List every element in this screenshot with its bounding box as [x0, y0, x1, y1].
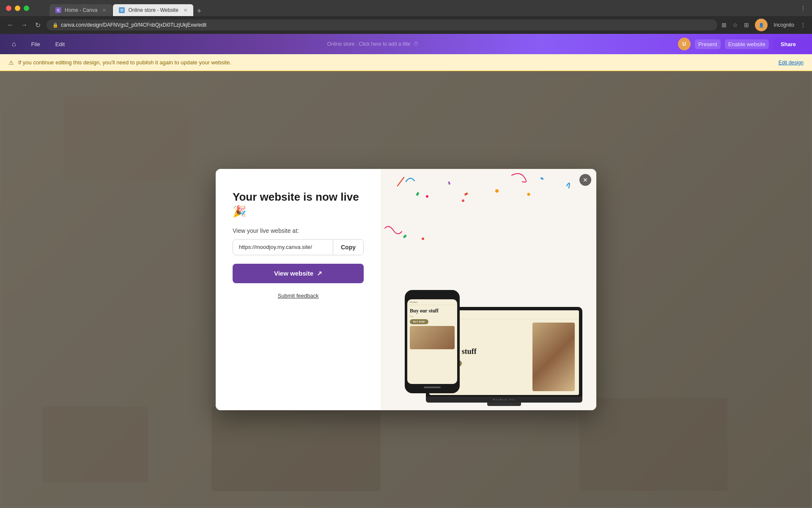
- warning-icon: ⚠: [8, 59, 14, 66]
- svg-point-10: [422, 237, 424, 240]
- phone-shop-button: BUY NOW: [410, 319, 428, 324]
- svg-rect-6: [540, 177, 544, 180]
- browser-tab-website[interactable]: O Online store - Website ✕: [113, 4, 193, 16]
- toolbar-center: Online store · Click here to add a title…: [77, 41, 669, 47]
- toolbar-home[interactable]: ⌂: [8, 39, 19, 50]
- traffic-light-maximize[interactable]: [24, 6, 29, 11]
- phone-home-indicator: [424, 387, 441, 388]
- svg-rect-9: [403, 235, 407, 238]
- devices-container: Moodjoy Buy our stuff SHOP NOW: [426, 307, 582, 406]
- canva-favicon: C: [55, 7, 61, 13]
- edit-design-button[interactable]: Edit design: [779, 60, 804, 66]
- warning-message: If you continue editing this design, you…: [18, 59, 774, 66]
- svg-line-0: [398, 177, 404, 186]
- submit-feedback-link[interactable]: Submit feedback: [233, 293, 364, 299]
- close-icon: ✕: [583, 177, 588, 183]
- phone-mockup: Moodjoy Buy our stuff Price BUY NOW: [405, 290, 460, 393]
- forward-button[interactable]: →: [19, 21, 29, 29]
- browser-extensions-icon[interactable]: ⊞: [744, 22, 749, 28]
- modal-overlay: ✕ Your website is now live 🎉 View your l…: [0, 71, 812, 508]
- svg-point-2: [462, 199, 464, 202]
- incognito-label: 👤: [759, 23, 764, 28]
- bookmark-icon[interactable]: ☆: [732, 22, 738, 28]
- share-button[interactable]: Share: [773, 39, 804, 50]
- toolbar-right: U Present Enable website Share: [678, 38, 804, 50]
- phone-screen: Moodjoy Buy our stuff Price BUY NOW: [407, 299, 457, 384]
- user-avatar[interactable]: U: [678, 38, 691, 50]
- tab-label-home: Home - Canva: [65, 7, 97, 13]
- tab-close-home[interactable]: ✕: [102, 8, 106, 13]
- svg-point-7: [426, 195, 428, 198]
- phone-notch: [424, 294, 441, 298]
- address-bar: ← → ↻ 🔒 canva.com/design/DAFNVgs2_p0/f4C…: [0, 16, 812, 34]
- toolbar-clock-icon: ⏱: [414, 41, 419, 47]
- url-text: canva.com/design/DAFNVgs2_p0/f4CFnbQjxDi…: [61, 22, 206, 28]
- laptop-product-image: [532, 323, 575, 391]
- phone-nav-brand: Moodjoy: [407, 299, 457, 305]
- cast-icon[interactable]: ⊠: [721, 22, 727, 28]
- modal-close-button[interactable]: ✕: [579, 174, 591, 186]
- external-link-icon: ↗: [317, 270, 322, 277]
- refresh-button[interactable]: ↻: [33, 21, 42, 29]
- phone-product-image: [410, 326, 455, 349]
- svg-point-8: [527, 193, 530, 196]
- tab-close-website[interactable]: ✕: [184, 8, 187, 13]
- svg-rect-3: [416, 192, 419, 196]
- url-row: Copy: [233, 239, 364, 255]
- modal-subtitle: View your live website at:: [233, 227, 364, 234]
- browser-tab-home[interactable]: C Home - Canva ✕: [49, 4, 112, 16]
- main-content: ✕ Your website is now live 🎉 View your l…: [0, 71, 812, 508]
- tab-label-website: Online store - Website: [128, 7, 178, 13]
- modal-left-panel: Your website is now live 🎉 View your liv…: [216, 169, 381, 410]
- incognito-text: Incognito: [774, 22, 794, 28]
- browser-menu[interactable]: ⋮: [800, 5, 806, 11]
- traffic-light-minimize[interactable]: [15, 6, 20, 11]
- modal-right-panel: Moodjoy Buy our stuff SHOP NOW: [381, 169, 596, 410]
- view-website-label: View website: [274, 270, 313, 277]
- laptop-base: MacBook Pro: [426, 397, 582, 403]
- new-tab-button[interactable]: +: [194, 6, 204, 16]
- website-favicon: O: [119, 7, 125, 13]
- svg-rect-4: [448, 181, 450, 185]
- traffic-light-close[interactable]: [6, 6, 11, 11]
- confetti-decoration: [381, 169, 596, 254]
- phone-screen-content: Buy our stuff Price BUY NOW: [407, 305, 457, 352]
- website-url-input[interactable]: [233, 240, 333, 254]
- warning-bar: ⚠ If you continue editing this design, y…: [0, 54, 812, 71]
- browser-titlebar: C Home - Canva ✕ O Online store - Websit…: [0, 0, 812, 16]
- svg-point-1: [495, 189, 499, 193]
- browser-profile-avatar[interactable]: 👤: [755, 19, 768, 31]
- toolbar-file[interactable]: File: [28, 39, 44, 49]
- phone-outer: Moodjoy Buy our stuff Price BUY NOW: [405, 290, 460, 393]
- copy-url-button[interactable]: Copy: [333, 240, 363, 255]
- modal-title: Your website is now live 🎉: [233, 190, 364, 219]
- phone-price: Price: [410, 315, 455, 318]
- toolbar-edit[interactable]: Edit: [52, 39, 68, 49]
- laptop-model-label: MacBook Pro: [493, 398, 515, 401]
- present-button[interactable]: Present: [695, 39, 721, 49]
- url-bar[interactable]: 🔒 canva.com/design/DAFNVgs2_p0/f4CFnbQjx…: [47, 19, 717, 30]
- toolbar-center-text: Online store · Click here to add a title: [327, 41, 411, 47]
- browser-more-button[interactable]: ⋮: [800, 22, 806, 28]
- laptop-stand: [487, 403, 521, 406]
- view-website-button[interactable]: View website ↗: [233, 264, 364, 283]
- back-button[interactable]: ←: [6, 21, 15, 29]
- enable-website-button[interactable]: Enable website: [725, 39, 769, 49]
- website-live-modal: ✕ Your website is now live 🎉 View your l…: [216, 169, 596, 410]
- laptop-image-inner: [532, 323, 575, 391]
- canva-toolbar: ⌂ File Edit Online store · Click here to…: [0, 34, 812, 54]
- phone-headline: Buy our stuff: [410, 308, 455, 314]
- svg-rect-5: [464, 192, 468, 196]
